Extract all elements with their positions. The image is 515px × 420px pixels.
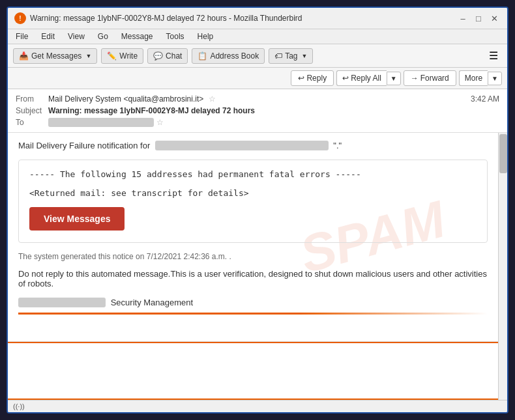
to-star-icon[interactable]: ☆ [156, 118, 164, 127]
security-management-label: Security Management [111, 298, 193, 307]
menu-file[interactable]: File [13, 31, 31, 42]
reply-all-split: ↩ Reply All ▼ [336, 70, 401, 86]
menu-tools[interactable]: Tools [164, 31, 187, 42]
tag-icon: 🏷 [274, 51, 282, 61]
reply-button[interactable]: ↩ Reply [291, 70, 334, 86]
status-bar: ((·)) [8, 400, 507, 412]
minimize-button[interactable]: – [456, 12, 469, 25]
scrollbar[interactable] [498, 133, 507, 400]
chat-icon: 💬 [153, 51, 163, 61]
app-icon: ! [14, 12, 26, 24]
address-book-button[interactable]: 📋 Address Book [192, 48, 265, 64]
scroll-thumb[interactable] [499, 134, 507, 173]
main-content: SPAM Mail Delivery Failure notification … [8, 133, 498, 400]
get-messages-button[interactable]: 📥 Get Messages ▼ [13, 48, 97, 64]
menu-edit[interactable]: Edit [38, 31, 57, 42]
title-bar-left: ! Warning: message 1lybNF-0002Y8-MJ dela… [14, 12, 302, 24]
action-bar: ↩ Reply ↩ Reply All ▼ → Forward More ▼ [8, 68, 507, 89]
main-window: ! Warning: message 1lybNF-0002Y8-MJ dela… [7, 7, 508, 413]
bottom-panel [8, 341, 498, 400]
hamburger-menu-icon[interactable]: ☰ [485, 47, 502, 64]
notice-line1: ----- The following 15 addresses had per… [29, 169, 477, 179]
connection-icon: ((·)) [13, 402, 25, 410]
system-notice: The system generated this notice on 7/12… [18, 252, 488, 261]
star-icon[interactable]: ☆ [209, 94, 216, 104]
sender-blurred: ████████ [18, 298, 106, 307]
tag-button[interactable]: 🏷 Tag ▼ [269, 48, 313, 64]
subject-value: Warning: message 1lybNF-0002Y8-MJ delaye… [48, 106, 499, 115]
menu-message[interactable]: Message [119, 31, 156, 42]
content-area: SPAM Mail Delivery Failure notification … [8, 133, 507, 400]
chat-button[interactable]: 💬 Chat [147, 48, 188, 64]
menu-view[interactable]: View [65, 31, 87, 42]
do-not-reply-text: Do not reply to this automated message.T… [18, 269, 488, 288]
forward-icon: → [411, 74, 419, 83]
from-label: From [16, 94, 48, 104]
from-email: <qualita@ambrosini.it> [123, 94, 203, 104]
reply-all-icon: ↩ [342, 74, 349, 83]
title-bar: ! Warning: message 1lybNF-0002Y8-MJ dela… [8, 8, 507, 29]
reply-all-button[interactable]: ↩ Reply All [336, 70, 387, 86]
notice-line2: <Returned mail: see transcript for detai… [29, 188, 477, 198]
email-header: From Mail Delivery System <qualita@ambro… [8, 89, 507, 133]
window-controls: – □ ✕ [456, 12, 501, 25]
main-toolbar: 📥 Get Messages ▼ ✏️ Write 💬 Chat 📋 Addre… [8, 44, 507, 68]
more-split: More ▼ [459, 70, 502, 86]
menu-bar: File Edit View Go Message Tools Help [8, 29, 507, 44]
more-button[interactable]: More [459, 70, 488, 86]
tag-chevron-icon: ▼ [302, 53, 308, 59]
more-dropdown-button[interactable]: ▼ [488, 72, 502, 85]
forward-button[interactable]: → Forward [404, 70, 456, 86]
orange-divider [18, 313, 488, 315]
view-messages-button[interactable]: View Messages [29, 207, 125, 231]
from-row: From Mail Delivery System <qualita@ambro… [16, 93, 499, 105]
from-value: Mail Delivery System <qualita@ambrosini.… [48, 94, 471, 104]
from-name: Mail Delivery System [48, 94, 121, 104]
subject-row: Subject Warning: message 1lybNF-0002Y8-M… [16, 105, 499, 117]
subject-label: Subject [16, 106, 48, 115]
reply-all-dropdown-button[interactable]: ▼ [387, 72, 401, 85]
close-button[interactable]: ✕ [488, 12, 501, 25]
email-content: SPAM Mail Delivery Failure notification … [8, 133, 498, 341]
notification-text: Mail Delivery Failure notification for █… [18, 141, 488, 150]
to-value: ████████████ [48, 118, 154, 127]
to-label: To [16, 118, 48, 127]
address-book-icon: 📋 [198, 51, 207, 61]
to-row: To ████████████ ☆ [16, 117, 499, 128]
write-icon: ✏️ [107, 51, 117, 61]
reply-icon: ↩ [298, 74, 304, 83]
get-messages-icon: 📥 [19, 51, 29, 61]
write-button[interactable]: ✏️ Write [101, 48, 143, 64]
maximize-button[interactable]: □ [472, 12, 485, 25]
security-management-row: ████████ Security Management [18, 298, 488, 307]
menu-go[interactable]: Go [95, 31, 111, 42]
window-title: Warning: message 1lybNF-0002Y8-MJ delaye… [30, 14, 302, 23]
menu-help[interactable]: Help [195, 31, 216, 42]
email-body: SPAM Mail Delivery Failure notification … [8, 133, 498, 400]
blurred-email: ██████████████████ [155, 141, 329, 150]
get-messages-chevron-icon: ▼ [85, 53, 91, 59]
email-time: 3:42 AM [471, 94, 499, 104]
notice-box: ----- The following 15 addresses had per… [18, 160, 488, 243]
